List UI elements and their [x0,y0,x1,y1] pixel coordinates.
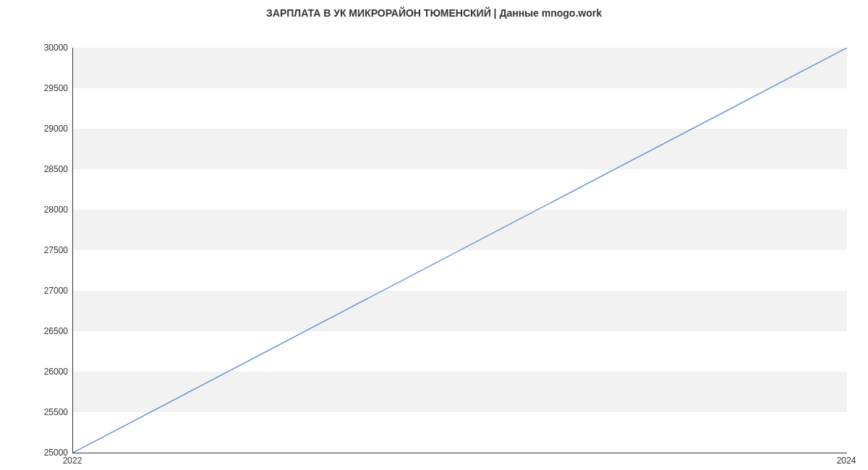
y-tick-label: 25000 [25,448,68,458]
line-layer [73,48,847,453]
y-tick-label: 27000 [25,286,68,296]
y-tick-label: 29500 [25,83,68,93]
y-tick-label: 28000 [25,205,68,215]
chart-title: ЗАРПЛАТА В УК МИКРОРАЙОН ТЮМЕНСКИЙ | Дан… [0,0,868,19]
y-tick-label: 26500 [25,326,68,336]
series-line [73,48,847,453]
x-tick-label: 2022 [63,456,82,466]
y-tick-label: 30000 [25,43,68,53]
chart-container: 2500025500260002650027000275002800028500… [0,19,868,470]
y-tick-label: 26000 [25,367,68,377]
y-tick-label: 27500 [25,245,68,255]
plot-area [72,48,847,453]
y-tick-label: 29000 [25,124,68,134]
y-tick-label: 28500 [25,164,68,174]
x-tick-label: 2024 [837,456,856,466]
y-tick-label: 25500 [25,407,68,417]
